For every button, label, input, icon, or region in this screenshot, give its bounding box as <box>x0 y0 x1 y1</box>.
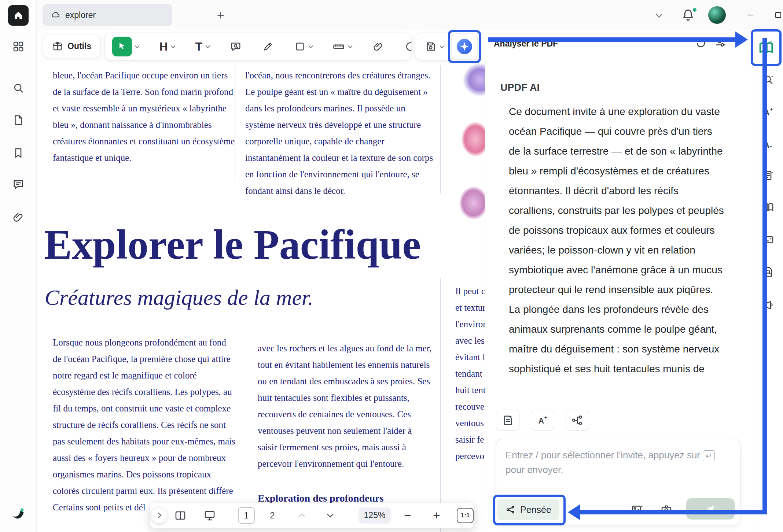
chevron-down-icon[interactable] <box>205 44 210 48</box>
ai-brand-label: UPDF AI <box>500 82 540 93</box>
stamp-circle-icon <box>405 41 411 52</box>
cursor-icon <box>117 41 127 52</box>
zoom-level-box[interactable]: 125% <box>359 507 391 524</box>
chevron-up-icon <box>299 513 305 520</box>
search-button[interactable] <box>8 78 29 98</box>
search-icon <box>12 82 25 94</box>
translate-a-icon: A <box>536 414 549 426</box>
paragraph-bottom-left: Lorsque nous plongeons profondément au f… <box>53 334 236 516</box>
annotation-box-thought-button <box>493 495 566 525</box>
stamp-tool[interactable] <box>405 41 411 52</box>
chevron-down-icon <box>327 511 334 517</box>
comments-button[interactable] <box>8 174 29 195</box>
pages-button[interactable] <box>8 110 29 130</box>
ruler-icon <box>332 40 345 53</box>
chevron-down-icon[interactable] <box>440 44 444 48</box>
heading-tool[interactable]: H <box>159 40 175 53</box>
mindmap-button[interactable] <box>566 410 589 431</box>
mindmap-icon <box>571 414 584 426</box>
comment-tool[interactable] <box>230 41 242 52</box>
previous-page-button[interactable] <box>297 511 306 520</box>
text-tool[interactable]: T <box>195 40 210 53</box>
outils-button[interactable]: Outils <box>43 34 100 58</box>
updf-logo-icon <box>10 507 26 523</box>
attach-tool[interactable] <box>372 41 384 52</box>
plus-icon <box>216 11 225 20</box>
chevron-down-icon <box>656 12 662 18</box>
slideshow-icon <box>203 509 216 522</box>
document-subtitle: Créatures magiques de la mer. <box>45 285 313 310</box>
column-divider <box>440 65 441 193</box>
tab-label: explorer <box>65 10 96 20</box>
annotation-box-ai-toolbar-icon <box>448 30 481 63</box>
expand-bar-button[interactable] <box>151 508 167 523</box>
pen-tool[interactable] <box>262 41 274 52</box>
titlebar: explorer <box>37 0 783 30</box>
maximize-button[interactable] <box>773 10 783 21</box>
save-group[interactable] <box>415 33 453 60</box>
prompt-templates-button[interactable] <box>496 410 519 431</box>
notification-dot <box>693 8 696 12</box>
actual-size-button[interactable]: 1:1 <box>457 508 474 523</box>
annotation-line-vertical <box>762 38 767 510</box>
send-button[interactable] <box>686 498 735 520</box>
page-navigation-bar: 1 2 125% − + 1:1 <box>150 503 474 528</box>
document-title: Explorer le Pacifique <box>44 223 421 267</box>
apps-grid-icon <box>12 40 25 53</box>
bookmarks-button[interactable] <box>8 143 29 163</box>
zoom-in-button[interactable]: + <box>431 508 442 522</box>
minimize-button[interactable] <box>745 10 756 21</box>
apps-button[interactable] <box>8 36 29 57</box>
enter-key-icon: ↵ <box>703 450 715 461</box>
home-icon <box>13 10 24 21</box>
paperclip-icon <box>12 211 25 223</box>
chevron-down-icon[interactable] <box>171 44 176 48</box>
outils-label: Outils <box>67 41 91 51</box>
cloud-icon <box>51 10 61 20</box>
paragraph-top-right: l'océan, nous rencontrerons des créature… <box>245 67 436 199</box>
select-tool-tile <box>112 37 132 56</box>
measure-tool[interactable] <box>332 40 352 53</box>
ai-summary-text: Ce document invite à une exploration du … <box>509 102 726 394</box>
new-tab-button[interactable] <box>215 10 227 21</box>
minimize-icon <box>746 11 755 19</box>
two-page-icon <box>174 509 187 522</box>
tabs-dropdown-button[interactable] <box>653 12 661 18</box>
svg-text:A: A <box>538 417 544 425</box>
slideshow-button[interactable] <box>203 509 216 522</box>
chevron-down-icon[interactable] <box>308 44 313 48</box>
attachments-button[interactable] <box>8 207 29 228</box>
home-button[interactable] <box>8 5 29 26</box>
document-icon <box>12 114 25 126</box>
square-icon <box>294 41 305 52</box>
placeholder-text-before: Entrez / pour sélectionner l'invite, app… <box>506 450 700 461</box>
shape-tool[interactable] <box>294 41 312 52</box>
chevron-down-icon[interactable] <box>135 44 140 48</box>
tools-icon <box>52 41 63 52</box>
annotation-arrowhead-right <box>735 32 748 48</box>
comment-icon <box>12 178 25 191</box>
notifications-button[interactable] <box>681 8 696 23</box>
annotation-line-horizontal <box>580 510 767 514</box>
heading-tool-label: H <box>159 40 168 53</box>
annotation-arrow-to-reader <box>488 37 735 42</box>
next-page-button[interactable] <box>326 511 335 520</box>
ai-translate-button[interactable]: A <box>531 410 554 431</box>
tools-group: H T <box>105 33 411 60</box>
thumbnail-view-button[interactable] <box>174 509 187 522</box>
zoom-out-button[interactable]: − <box>402 508 413 522</box>
next-page-box[interactable]: 2 <box>264 507 280 524</box>
bookmark-icon <box>12 147 25 159</box>
paragraph-bottom-middle: avec les rochers et les algues au fond d… <box>258 340 432 472</box>
account-avatar[interactable] <box>708 6 726 24</box>
document-tab[interactable]: explorer <box>43 4 172 26</box>
current-page-box[interactable]: 1 <box>238 507 255 524</box>
chevron-right-icon <box>155 513 161 518</box>
left-sidebar <box>0 0 37 532</box>
placeholder-text-after: pour envoyer. <box>506 464 563 475</box>
select-tool[interactable] <box>112 37 139 56</box>
save-icon <box>425 41 437 52</box>
annotation-arrowhead-left <box>568 504 580 520</box>
comment-bubble-icon <box>230 41 242 52</box>
chevron-down-icon[interactable] <box>348 44 353 48</box>
